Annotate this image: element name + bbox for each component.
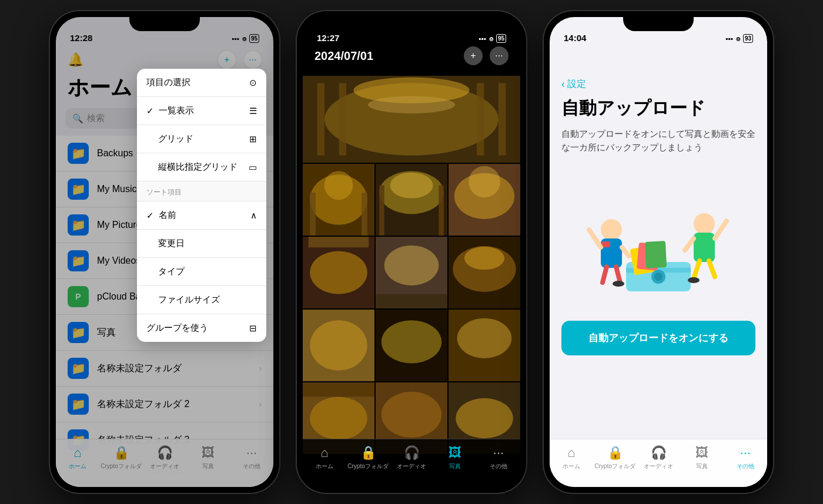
grid-icon: ⊞: [249, 134, 257, 145]
phone-notch-3: [623, 11, 694, 31]
status-icons-3: ▪▪▪ ⌾ 93: [725, 34, 753, 43]
nav-audio-label-3: オーディオ: [644, 462, 673, 471]
svg-line-54: [622, 247, 629, 256]
hall-photo-large: [303, 76, 520, 163]
menu-item-type[interactable]: タイプ: [137, 258, 266, 286]
hall-photo: [376, 310, 447, 381]
photo-cell[interactable]: [303, 76, 520, 163]
menu-label-group: グループを使う: [146, 322, 249, 334]
menu-item-name[interactable]: ✓ 名前 ∧: [137, 201, 266, 230]
signal-icon-3: ▪▪▪: [725, 35, 733, 43]
menu-label-grid: グリッド: [146, 133, 249, 145]
nav-crypto-3[interactable]: 🔒 Cryptoフォルダ: [593, 445, 637, 471]
svg-rect-49: [645, 241, 667, 268]
menu-item-group[interactable]: グループを使う ⊟: [137, 314, 266, 342]
nav-more-3[interactable]: ··· その他: [724, 445, 767, 471]
photo-cell[interactable]: [376, 237, 447, 308]
svg-point-22: [310, 251, 367, 294]
nav-home-label-3: ホーム: [563, 462, 580, 471]
photo-cell[interactable]: [449, 164, 520, 236]
signal-icon-2: ▪▪▪: [479, 35, 486, 43]
audio-icon-2: 🎧: [404, 445, 420, 461]
menu-item-list[interactable]: ✓ 一覧表示 ☰: [137, 97, 266, 125]
audio-icon-3: 🎧: [651, 445, 667, 461]
menu-item-aspect-grid[interactable]: 縦横比指定グリッド ▭: [137, 153, 266, 182]
list-icon: ☰: [249, 106, 257, 116]
aspect-grid-icon: ▭: [249, 162, 257, 173]
nav-photos-2[interactable]: 🖼 写真: [433, 445, 477, 471]
svg-point-58: [694, 213, 715, 234]
svg-rect-38: [303, 382, 374, 397]
more-icon-2: ···: [493, 445, 504, 461]
hall-photo: [449, 164, 520, 236]
photo2-actions: + ···: [464, 46, 508, 65]
photo-cell[interactable]: [303, 164, 374, 236]
svg-rect-59: [694, 233, 715, 262]
menu-item-select[interactable]: 項目の選択 ⊙: [137, 69, 266, 97]
svg-point-7: [368, 96, 455, 114]
svg-rect-12: [362, 193, 367, 236]
menu-check-icon: ✓: [146, 106, 154, 116]
photos-icon-2: 🖼: [449, 445, 461, 461]
photo-cell[interactable]: [303, 237, 374, 308]
svg-point-50: [601, 219, 622, 240]
phone-3: 14:04 ▪▪▪ ⌾ 93 ‹ 設定 自動アップロード 自動アップロードをオン…: [544, 11, 773, 493]
nav-crypto-label-2: Cryptoフォルダ: [347, 462, 388, 471]
phone-2: 12:27 ▪▪▪ ⌾ 95 2024/07/01 + ···: [297, 11, 526, 493]
svg-point-15: [390, 173, 433, 199]
auto-upload-button[interactable]: 自動アップロードをオンにする: [561, 321, 755, 355]
dropdown-menu: 項目の選択 ⊙ ✓ 一覧表示 ☰ グリッド ⊞ 縦横比指定グリッド ▭ ソート項…: [137, 69, 266, 342]
svg-line-53: [589, 230, 601, 247]
status-icons-2: ▪▪▪ ⌾ 95: [479, 34, 506, 43]
menu-item-date[interactable]: 変更日: [137, 230, 266, 258]
group-icon: ⊟: [249, 323, 257, 334]
nav-photos-label-2: 写真: [449, 462, 461, 471]
nav-home-2[interactable]: ⌂ ホーム: [303, 445, 346, 471]
nav-home-3[interactable]: ⌂ ホーム: [550, 445, 593, 471]
nav-photos-3[interactable]: 🖼 写真: [680, 445, 724, 471]
photo-cell[interactable]: [449, 310, 520, 381]
menu-label-filesize: ファイルサイズ: [146, 294, 257, 305]
hall-photo: [303, 310, 374, 381]
nav-more-2[interactable]: ··· その他: [477, 445, 520, 471]
battery-2: 95: [496, 34, 506, 43]
svg-line-61: [685, 238, 694, 250]
photo-cell[interactable]: [449, 237, 520, 308]
menu-label-list: 一覧表示: [159, 105, 249, 116]
svg-rect-3: [339, 83, 346, 155]
svg-rect-23: [309, 237, 369, 247]
photo2-header: 2024/07/01 + ···: [303, 46, 520, 65]
menu-label-type: タイプ: [146, 266, 257, 277]
menu-label-name: 名前: [159, 210, 250, 221]
chevron-left-icon: ‹: [561, 78, 565, 90]
menu-item-grid[interactable]: グリッド ⊞: [137, 125, 266, 153]
hall-photo: [303, 164, 374, 236]
nav-more-label-3: その他: [737, 462, 754, 471]
phone1-screen: 12:28 ▪▪▪ ⌾ 95 🔔 + ··· ホーム 🔍 検索: [56, 17, 273, 487]
nav-crypto-2[interactable]: 🔒 Cryptoフォルダ: [346, 445, 390, 471]
photo-cell[interactable]: [303, 310, 374, 381]
svg-point-40: [382, 392, 441, 438]
menu-item-filesize[interactable]: ファイルサイズ: [137, 286, 266, 314]
home-icon-2: ⌂: [320, 445, 328, 461]
photo-grid: [303, 76, 520, 454]
nav-audio-2[interactable]: 🎧 オーディオ: [390, 445, 433, 471]
svg-line-62: [694, 261, 700, 278]
chevron-up-icon: ∧: [250, 210, 257, 221]
photo-cell[interactable]: [376, 164, 447, 236]
menu-check-icon-name: ✓: [146, 210, 154, 221]
date-text: 2024/07/01: [315, 49, 373, 63]
photo-more-button[interactable]: ···: [490, 46, 508, 65]
nav-audio-3[interactable]: 🎧 オーディオ: [637, 445, 680, 471]
nav-crypto-label-3: Cryptoフォルダ: [594, 462, 635, 471]
photo-cell[interactable]: [376, 310, 447, 381]
hall-photo: [449, 310, 520, 381]
hall-photo: [376, 237, 447, 308]
svg-point-29: [464, 247, 504, 270]
photo-add-button[interactable]: +: [464, 46, 483, 65]
nav-audio-label-2: オーディオ: [397, 462, 426, 471]
status-time-2: 12:27: [317, 33, 339, 43]
settings-back[interactable]: ‹ 設定: [550, 46, 767, 93]
nav-home-label-2: ホーム: [316, 462, 333, 471]
crypto-icon-2: 🔒: [360, 445, 376, 461]
